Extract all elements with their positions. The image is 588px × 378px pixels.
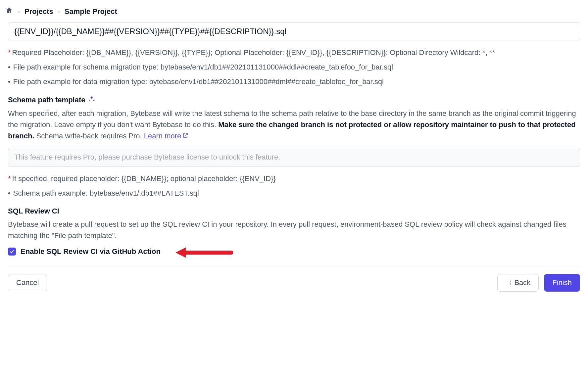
chevron-right-icon: › [18, 8, 20, 15]
schema-path-input-disabled: This feature requires Pro, please purcha… [8, 148, 580, 166]
learn-more-text: Learn more [144, 130, 181, 142]
breadcrumb-current[interactable]: Sample Project [65, 7, 117, 16]
required-star-icon: * [8, 48, 11, 57]
schema-path-examples: Schema path example: bytebase/env1/.db1#… [8, 188, 580, 199]
schema-example: Schema path example: bytebase/env1/.db1#… [8, 188, 580, 199]
sparkle-icon [88, 95, 95, 105]
breadcrumb-projects[interactable]: Projects [24, 7, 53, 16]
chevron-right-icon: › [58, 8, 60, 15]
sql-review-title-text: SQL Review CI [8, 207, 59, 215]
file-example-data: File path example for data migration typ… [8, 76, 580, 87]
schema-path-title-text: Schema path template [8, 96, 85, 104]
home-icon[interactable] [5, 7, 13, 17]
footer: Cancel 〈 Back Finish [8, 274, 580, 294]
enable-sql-review-checkbox[interactable] [8, 248, 16, 256]
footer-right: 〈 Back Finish [497, 274, 580, 292]
learn-more-link[interactable]: Learn more [144, 130, 189, 142]
sql-review-title: SQL Review CI [8, 207, 580, 215]
schema-required-help: *If specified, required placeholder: {{D… [8, 173, 580, 184]
file-path-examples: File path example for schema migration t… [8, 62, 580, 87]
enable-sql-review-label: Enable SQL Review CI via GitHub Action [21, 247, 161, 256]
external-link-icon [182, 130, 188, 142]
divider [8, 266, 580, 266]
file-path-template-input[interactable]: {{ENV_ID}}/{{DB_NAME}}##{{VERSION}}##{{T… [8, 23, 580, 40]
breadcrumb: › Projects › Sample Project [4, 4, 584, 23]
schema-required-text: If specified, required placeholder: {{DB… [12, 174, 276, 183]
file-example-schema: File path example for schema migration t… [8, 62, 580, 73]
schema-path-title: Schema path template [8, 95, 580, 105]
back-button[interactable]: 〈 Back [497, 274, 539, 292]
finish-button[interactable]: Finish [544, 274, 580, 292]
arrow-annotation-icon [173, 245, 233, 261]
chevron-left-icon: 〈 [506, 278, 512, 287]
enable-sql-review-row: Enable SQL Review CI via GitHub Action [8, 247, 580, 256]
required-placeholder-help: *Required Placeholder: {{DB_NAME}}, {{VE… [8, 47, 580, 58]
required-star-icon: * [8, 174, 11, 183]
cancel-button[interactable]: Cancel [8, 274, 47, 291]
main-content: {{ENV_ID}}/{{DB_NAME}}##{{VERSION}}##{{T… [4, 23, 584, 294]
sql-review-description: Bytebase will create a pull request to s… [8, 219, 580, 241]
required-placeholder-text: Required Placeholder: {{DB_NAME}}, {{VER… [12, 48, 495, 57]
schema-path-description: When specified, after each migration, By… [8, 108, 580, 142]
schema-desc-part2: Schema write-back requires Pro. [34, 132, 144, 140]
back-button-label: Back [514, 278, 530, 287]
